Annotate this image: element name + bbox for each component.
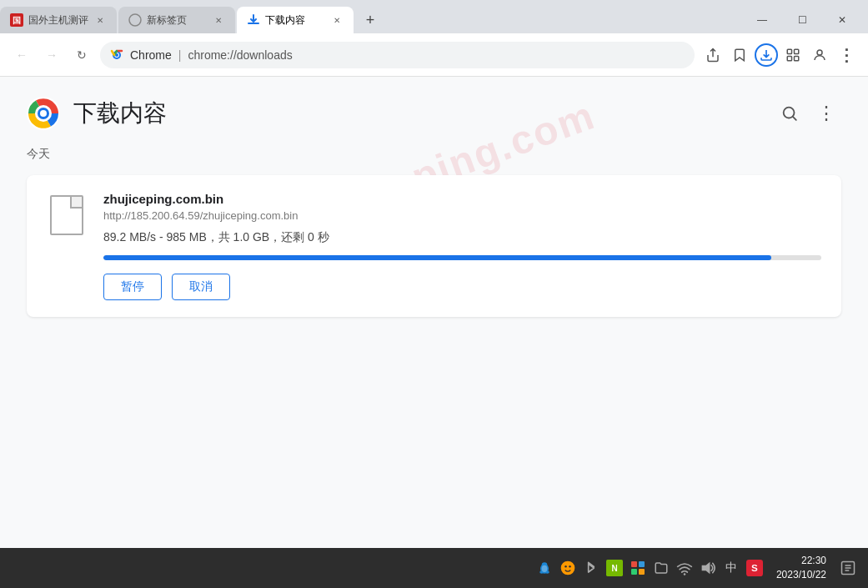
more-header-icon[interactable]: ⋮: [811, 98, 841, 128]
tab-2[interactable]: 新标签页 ✕: [118, 7, 235, 33]
title-bar: 国 国外主机测评 ✕ 新标签页 ✕ 下载内容: [0, 0, 868, 33]
file-icon: [50, 195, 83, 235]
maximize-button[interactable]: ☐: [783, 7, 821, 33]
ime-icon[interactable]: 中: [723, 560, 740, 576]
nvidia-icon[interactable]: N: [606, 560, 623, 576]
taskbar: N: [0, 548, 868, 588]
download-filename: zhujiceping.com.bin: [103, 192, 821, 206]
tab-3[interactable]: 下载内容 ✕: [237, 7, 354, 33]
qq-face-icon[interactable]: [559, 560, 576, 576]
svg-point-20: [542, 565, 548, 572]
pause-button[interactable]: 暂停: [103, 274, 162, 300]
downloads-toolbar-icon[interactable]: [755, 43, 778, 67]
svg-rect-7: [795, 49, 799, 53]
date-display: 2023/10/22: [776, 568, 826, 582]
svg-text:国: 国: [13, 16, 21, 25]
qq-icon[interactable]: [536, 560, 553, 576]
tab-2-label: 新标签页: [147, 13, 207, 28]
file-icon-wrap: [47, 192, 87, 239]
svg-point-23: [569, 565, 571, 568]
close-button[interactable]: ✕: [823, 7, 861, 33]
bookmark-icon[interactable]: [728, 43, 751, 67]
filemanager-icon[interactable]: [653, 560, 670, 576]
svg-rect-8: [787, 56, 791, 60]
address-bar: ← → ↻ Chrome | chrome://downloads: [0, 33, 868, 77]
section-label: 今天: [0, 140, 868, 168]
profile-icon[interactable]: [808, 43, 831, 67]
wifi-icon[interactable]: [676, 560, 693, 576]
svg-rect-6: [787, 49, 791, 53]
svg-rect-28: [631, 569, 637, 575]
tab-3-close[interactable]: ✕: [330, 13, 344, 27]
chrome-logo-icon: [27, 97, 60, 130]
tab-1-favicon: 国: [10, 13, 23, 27]
svg-rect-27: [639, 561, 645, 567]
address-input[interactable]: Chrome | chrome://downloads: [100, 42, 695, 68]
tab-1[interactable]: 国 国外主机测评 ✕: [0, 7, 117, 33]
extensions-icon[interactable]: [781, 43, 805, 67]
address-separator: |: [178, 48, 182, 62]
svg-point-22: [564, 565, 567, 568]
notification-icon[interactable]: [838, 558, 858, 578]
downloads-header: 下载内容 ⋮: [0, 77, 868, 140]
search-header-icon[interactable]: [775, 98, 805, 128]
svg-point-14: [40, 110, 47, 117]
chrome-favicon-icon: [110, 48, 123, 62]
taskbar-icons: N: [536, 554, 858, 582]
download-actions: 暂停 取消: [103, 274, 821, 300]
page-content: zhujiceping.com 下载内容 ⋮: [0, 77, 868, 548]
minimize-button[interactable]: —: [743, 7, 781, 33]
toolbar-icons: ⋮: [701, 43, 858, 67]
svg-rect-29: [639, 569, 645, 575]
svg-text:N: N: [611, 564, 617, 573]
download-stats: 89.2 MB/s - 985 MB，共 1.0 GB，还剩 0 秒: [103, 230, 821, 245]
menu-icon[interactable]: ⋮: [835, 43, 858, 67]
svg-point-30: [684, 573, 686, 575]
tab-3-favicon: [247, 13, 260, 27]
tab-1-close[interactable]: ✕: [93, 13, 107, 27]
share-icon[interactable]: [701, 43, 725, 67]
tab-2-close[interactable]: ✕: [212, 13, 225, 27]
tab-3-label: 下载内容: [265, 13, 325, 28]
download-url[interactable]: http://185.200.64.59/zhujiceping.com.bin: [103, 209, 821, 222]
svg-rect-9: [795, 56, 799, 60]
svg-marker-31: [702, 562, 710, 575]
progress-bar-fill: [103, 255, 771, 260]
page-title: 下载内容: [73, 98, 167, 129]
svg-rect-26: [631, 561, 637, 567]
site-name: Chrome: [130, 48, 172, 62]
reload-button[interactable]: ↻: [70, 43, 93, 67]
svg-text:S: S: [751, 562, 758, 573]
forward-button[interactable]: →: [40, 43, 63, 67]
header-actions: ⋮: [775, 98, 841, 128]
download-info: zhujiceping.com.bin http://185.200.64.59…: [103, 192, 821, 300]
grid-icon[interactable]: [630, 560, 646, 576]
time-display: 22:30: [776, 554, 826, 568]
back-button[interactable]: ←: [10, 43, 33, 67]
new-tab-button[interactable]: +: [359, 8, 382, 32]
speaker-icon[interactable]: [700, 560, 716, 576]
tab-strip: 国 国外主机测评 ✕ 新标签页 ✕ 下载内容: [0, 0, 736, 33]
tab-2-favicon: [128, 13, 142, 27]
progress-bar-wrap: [103, 255, 821, 260]
tab-1-label: 国外主机测评: [28, 13, 88, 28]
window-controls: — ☐ ✕: [736, 0, 868, 33]
cancel-button[interactable]: 取消: [172, 274, 230, 300]
bluetooth-icon[interactable]: [583, 560, 600, 576]
download-card: zhujiceping.com.bin http://185.200.64.59…: [27, 175, 841, 317]
sogou-icon[interactable]: S: [746, 560, 763, 576]
address-url: chrome://downloads: [188, 48, 685, 62]
svg-point-2: [129, 14, 141, 26]
clock: 22:30 2023/10/22: [776, 554, 826, 582]
svg-point-21: [561, 561, 575, 575]
svg-point-10: [817, 50, 822, 55]
